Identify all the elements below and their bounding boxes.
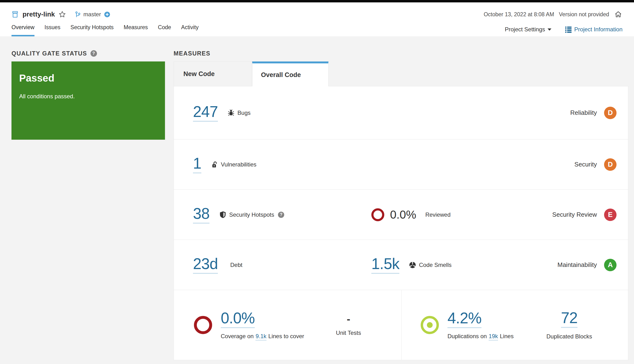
- tab-overview[interactable]: Overview: [12, 24, 35, 36]
- system-top-bar: [0, 0, 634, 2]
- measure-row-maintainability: 23d Debt 1.5k: [174, 240, 628, 290]
- lines-to-cover-link[interactable]: 9.1k: [255, 333, 266, 340]
- security-review-label: Security Review: [552, 211, 597, 218]
- project-nav: Overview Issues Security Hotspots Measur…: [12, 24, 209, 36]
- project-title-row: pretty-link master Octob: [12, 2, 622, 21]
- unit-tests-value: -: [347, 314, 350, 324]
- reviewed-ring-icon: [371, 208, 384, 221]
- reviewed-value: 0.0%: [390, 209, 416, 220]
- project-name: pretty-link: [23, 10, 55, 18]
- measure-row-vulnerabilities: 1 Vulnerabilities Security: [174, 140, 628, 190]
- tab-new-code[interactable]: New Code: [174, 62, 252, 86]
- duplicated-blocks-value-link[interactable]: 72: [561, 310, 577, 328]
- duplications-card: 4.2% Duplications on19kLines 72 Duplicat…: [402, 290, 628, 360]
- unit-tests-stat: - Unit Tests: [336, 314, 361, 336]
- branch-selector[interactable]: master: [75, 11, 101, 18]
- tab-activity[interactable]: Activity: [181, 24, 199, 36]
- duplicated-lines-link[interactable]: 19k: [489, 333, 498, 340]
- maintainability-label: Maintainability: [557, 261, 597, 268]
- branch-icon: [75, 11, 81, 18]
- bug-icon: [227, 109, 235, 116]
- tab-security-hotspots[interactable]: Security Hotspots: [70, 24, 114, 36]
- add-branch-button[interactable]: [104, 11, 110, 18]
- branch-name: master: [83, 11, 101, 18]
- duplicated-blocks-label: Duplicated Blocks: [546, 333, 592, 340]
- duplicated-blocks-stat: 72 Duplicated Blocks: [546, 310, 592, 340]
- measure-row-security-hotspots: 38 Security Hotspots ?: [174, 190, 628, 240]
- security-review-rating-badge: E: [604, 208, 616, 221]
- project-information-button[interactable]: Project Information: [562, 26, 622, 33]
- quality-gate-description: All conditions passed.: [19, 93, 157, 100]
- bottom-measures-row: 0.0% Coverage on9.1kLines to cover - Uni…: [174, 290, 628, 360]
- duplications-caption: Duplications on19kLines: [448, 333, 514, 340]
- quality-gate-card: Passed All conditions passed.: [12, 62, 165, 140]
- measures-section: MEASURES New Code Overall Code 247: [174, 50, 628, 360]
- code-smells-value-link[interactable]: 1.5k: [371, 256, 399, 274]
- lock-open-icon: [211, 161, 218, 168]
- duplications-ring-icon: [421, 316, 439, 334]
- measures-title: MEASURES: [174, 50, 210, 57]
- debt-label: Debt: [230, 262, 242, 268]
- unit-tests-label: Unit Tests: [336, 330, 361, 336]
- nav-right-actions: Project Settings Project Information: [505, 26, 622, 36]
- quality-gate-section: QUALITY GATE STATUS ? Passed All conditi…: [12, 50, 165, 360]
- hotspots-help-icon[interactable]: ?: [278, 212, 284, 218]
- overview-page: QUALITY GATE STATUS ? Passed All conditi…: [0, 36, 634, 360]
- reviewed-label: Reviewed: [425, 212, 450, 218]
- vulnerabilities-value-link[interactable]: 1: [193, 156, 201, 174]
- security-label: Security: [574, 161, 597, 168]
- measures-panel: 247 Bugs Reliability: [174, 86, 628, 360]
- hotspots-label: Security Hotspots: [229, 212, 274, 218]
- reliability-label: Reliability: [570, 109, 597, 116]
- tab-issues[interactable]: Issues: [45, 24, 60, 36]
- reliability-rating-badge: D: [604, 107, 616, 119]
- measures-tabs: New Code Overall Code: [174, 62, 628, 86]
- project-settings-menu[interactable]: Project Settings: [505, 26, 551, 33]
- chevron-down-icon: [548, 28, 551, 30]
- hotspots-value-link[interactable]: 38: [193, 206, 209, 224]
- maintainability-rating-badge: A: [604, 259, 616, 271]
- security-rating-badge: D: [604, 158, 616, 171]
- coverage-card: 0.0% Coverage on9.1kLines to cover - Uni…: [174, 290, 402, 360]
- tab-code[interactable]: Code: [158, 24, 171, 36]
- quality-gate-title: QUALITY GATE STATUS: [12, 50, 87, 57]
- code-smells-label: Code Smells: [419, 262, 452, 268]
- project-icon: [12, 11, 19, 18]
- coverage-value-link[interactable]: 0.0%: [221, 310, 255, 328]
- duplications-value-link[interactable]: 4.2%: [448, 310, 481, 328]
- tab-measures[interactable]: Measures: [124, 24, 148, 36]
- project-nav-row: Overview Issues Security Hotspots Measur…: [12, 21, 622, 36]
- bugs-value-link[interactable]: 247: [193, 104, 218, 122]
- favorite-star-icon[interactable]: [58, 10, 66, 18]
- tab-overall-code[interactable]: Overall Code: [252, 62, 329, 86]
- analysis-date: October 13, 2022 at 8:08 AM: [484, 11, 554, 18]
- quality-gate-help-icon[interactable]: ?: [91, 50, 97, 57]
- list-icon: [565, 26, 572, 33]
- home-icon[interactable]: [614, 10, 622, 19]
- project-information-label: Project Information: [574, 26, 622, 33]
- vulnerabilities-label: Vulnerabilities: [221, 161, 257, 168]
- code-smells-icon: [409, 262, 416, 268]
- quality-gate-status: Passed: [19, 72, 157, 84]
- measure-row-bugs: 247 Bugs Reliability: [174, 86, 628, 140]
- bugs-label: Bugs: [237, 110, 251, 116]
- project-settings-label: Project Settings: [505, 26, 545, 33]
- shield-icon: [219, 211, 226, 218]
- version-text: Version not provided: [559, 11, 609, 18]
- coverage-ring-icon: [194, 316, 212, 334]
- debt-value-link[interactable]: 23d: [193, 256, 218, 274]
- project-header: pretty-link master Octob: [0, 2, 634, 36]
- coverage-caption: Coverage on9.1kLines to cover: [221, 333, 304, 340]
